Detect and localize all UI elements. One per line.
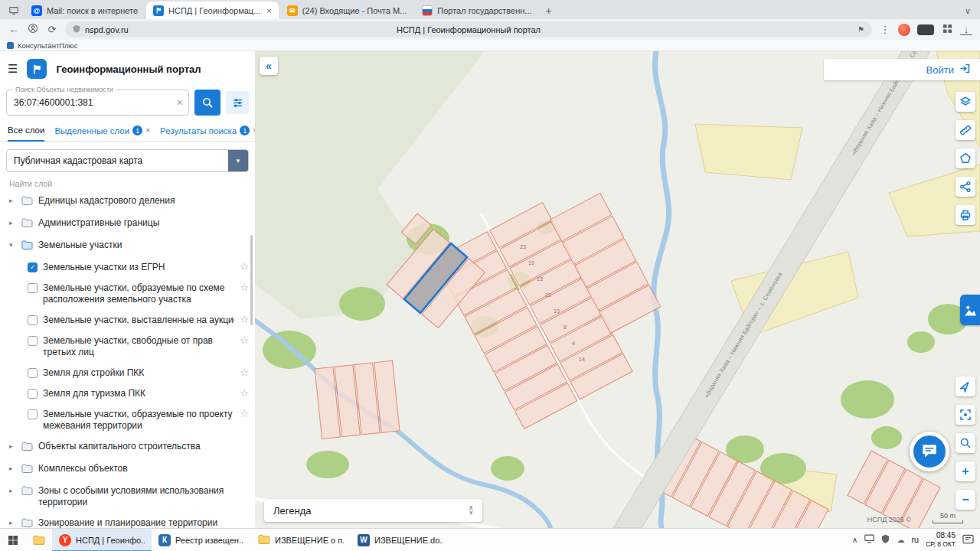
legend-panel[interactable]: Легенда ∧∨ [264,499,482,522]
back-icon[interactable]: ← [8,24,20,35]
zoom-area-tool-button[interactable] [956,433,975,453]
tab-groups-icon[interactable] [941,24,953,36]
tab-search-results[interactable]: Результаты поиска 1 × [160,126,255,141]
tree-item-parcels-by-scheme[interactable]: Земельные участки, образуемые по схеме р… [0,278,255,310]
tree-item-land-parcels[interactable]: ▾ Земельные участки [0,235,255,257]
hidden-icons-chevron[interactable]: ∧ [852,536,858,544]
chevron-icon[interactable]: ▸ [9,487,16,495]
bookmark-item[interactable]: КонсультантПлюс [18,41,77,50]
map-canvas[interactable]: «Верхняя Хава – Нижняя Байгора» – с. Сем… [255,51,980,528]
task-nspd-window[interactable]: Y НСПД | Геоинфо... [52,529,152,551]
locate-tool-button[interactable] [956,377,975,396]
browser-app-icon[interactable] [5,2,23,19]
extent-tool-button[interactable] [956,405,975,425]
zoom-out-button[interactable]: − [956,490,975,510]
checkbox[interactable] [28,315,38,325]
chevron-icon[interactable]: ▸ [9,197,16,205]
star-icon[interactable]: ☆ [240,262,249,272]
zoom-in-button[interactable]: + [956,461,975,481]
hamburger-menu-icon[interactable]: ☰ [8,62,18,76]
share-tool-button[interactable] [956,177,975,197]
svg-text:8: 8 [564,324,567,330]
checkbox[interactable] [28,283,38,293]
print-tool-button[interactable] [956,205,975,225]
tree-item-label: Земельные участки [38,240,249,251]
tree-item-land-construction[interactable]: Земля для стройки ПКК ☆ [0,363,255,383]
tab-close-icon[interactable]: × [145,126,150,135]
task-registry-window[interactable]: К Реестр извещен... [152,529,251,551]
star-icon[interactable]: ☆ [240,335,249,345]
tree-item-admin-borders[interactable]: ▸ Административные границы [0,213,255,235]
star-icon[interactable]: ☆ [240,367,249,377]
profile-circle-icon[interactable] [27,23,39,36]
checkbox-checked[interactable]: ✓ [28,262,38,272]
login-bar[interactable]: Войти [824,59,980,80]
chevron-icon[interactable]: ▸ [9,442,16,451]
reload-icon[interactable]: ⟳ [46,24,58,35]
realty-search-input[interactable]: Поиск Объекты недвижимости 36:07:4600001… [6,90,189,116]
task-notice-document[interactable]: W ИЗВЕЩЕНИЕ.do... [351,529,450,551]
file-explorer-button[interactable] [26,529,52,551]
cloud-tray-icon[interactable]: ☁ [897,536,904,544]
tree-item-capital-construction[interactable]: ▸ Объекты капитального строительства [0,436,255,458]
tree-item-parcels-free[interactable]: Земельные участки, свободные от прав тре… [0,331,255,363]
checkbox[interactable] [28,389,38,399]
notification-center-icon[interactable] [962,534,974,546]
dropdown-caret-icon[interactable]: ▼ [228,150,248,171]
tab-list-icon[interactable]: ∨ [965,6,971,16]
checkbox[interactable] [28,368,38,378]
tree-item-cadastral-units[interactable]: ▸ Единицы кадастрового деления [0,191,255,213]
language-indicator[interactable]: ru [911,535,919,544]
tab-selected-layers[interactable]: Выделенные слои 1 × [54,126,150,141]
new-tab-button[interactable]: + [541,2,557,19]
browser-tab-nspd[interactable]: НСПД | Геоинформац... × [146,2,279,19]
tree-item-parcels-egrn[interactable]: ✓ Земельные участки из ЕГРН ☆ [0,257,255,278]
profile-avatar[interactable] [898,24,910,36]
find-layer-placeholder[interactable]: Найти слой [0,172,255,191]
display-tray-icon[interactable] [864,534,874,545]
checkbox[interactable] [28,409,38,419]
checkbox[interactable] [28,336,38,346]
chevron-icon[interactable]: ▸ [9,219,16,227]
kebab-menu-icon[interactable]: ⋮ [879,24,891,35]
star-icon[interactable]: ☆ [240,388,249,398]
downloads-icon[interactable]: ↓ [960,24,972,35]
task-notice-folder[interactable]: ИЗВЕЩЕНИЕ о п... [251,529,351,551]
area-tool-button[interactable] [956,148,975,168]
browser-widget-icon[interactable] [917,24,934,35]
svg-text:23: 23 [520,244,526,249]
tree-item-land-tourism[interactable]: Земля для туризма ПКК ☆ [0,383,255,404]
clear-search-icon[interactable]: × [177,96,183,109]
tree-item-zoning-planning[interactable]: ▸ Зонирование и планирование территории [0,513,255,528]
tree-item-parcels-survey-project[interactable]: Земельные участки, образуемые по проекту… [0,404,255,436]
star-icon[interactable]: ☆ [240,315,249,324]
chevron-icon[interactable]: ▾ [9,241,16,249]
measure-tool-button[interactable] [956,120,975,140]
chevron-icon[interactable]: ▸ [9,465,16,473]
address-bar[interactable]: nspd.gov.ru НСПД | Геоинформационный пор… [65,21,872,37]
basemap-preview-tab[interactable] [960,295,980,325]
chat-assistant-button[interactable] [910,432,949,471]
tree-item-parcels-auction[interactable]: Земельные участки, выставленные на аукци… [0,310,255,331]
chevron-icon[interactable]: ▸ [9,519,16,527]
start-button[interactable] [0,529,26,551]
star-icon[interactable]: ☆ [240,409,249,419]
browser-tab-gosuslugi[interactable]: Портал государственн... [415,2,538,19]
bookmarks-bar: КонсультантПлюс [0,40,980,51]
collapse-sidebar-button[interactable]: « [260,57,278,75]
browser-tab-pochta[interactable]: ✉ (24) Входящие - Почта M... [280,2,413,19]
sidebar-scrollbar[interactable] [250,235,253,325]
basemap-select[interactable]: Публичная кадастровая карта ▼ [6,149,249,172]
legend-expander-icon[interactable]: ∧∨ [469,506,473,515]
star-icon[interactable]: ☆ [240,282,249,292]
tree-item-special-zones[interactable]: ▸ Зоны с особыми условиями использования… [0,481,255,513]
tree-item-object-complexes[interactable]: ▸ Комплексы объектов [0,458,255,481]
layers-tool-button[interactable] [956,92,975,112]
search-button[interactable] [194,90,220,116]
clock[interactable]: 08:45 СР, 8 ОКТ [926,531,956,549]
tab-close-icon[interactable]: × [266,6,271,15]
tab-all-layers[interactable]: Все слои [8,126,44,142]
browser-tab-mail[interactable]: @ Mail: поиск в интернете [24,2,145,19]
search-filters-button[interactable] [226,91,249,114]
security-tray-icon[interactable] [881,534,890,545]
